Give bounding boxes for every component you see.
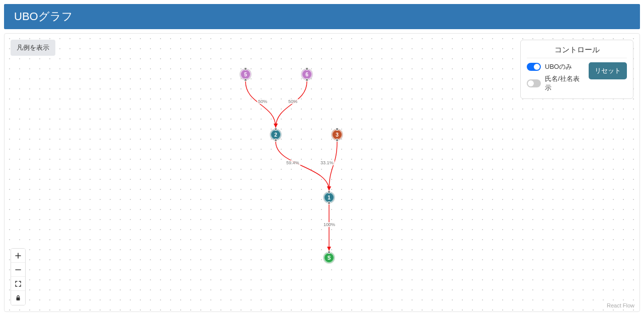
edge <box>246 81 276 128</box>
edge-label: 50% <box>257 99 268 104</box>
lock-icon <box>15 295 21 301</box>
zoom-in-button[interactable] <box>11 249 25 263</box>
toggle-label: 氏名/社名表示 <box>545 74 584 92</box>
graph-node-S[interactable]: S <box>324 252 335 263</box>
graph-node-2[interactable]: 2 <box>270 129 281 140</box>
graph-canvas[interactable]: 凡例を表示 コントロール UBOのみ氏名/社名表示 リセット 56231S 50… <box>4 33 640 312</box>
graph-node-1[interactable]: 1 <box>324 192 335 203</box>
control-toggles: UBOのみ氏名/社名表示 <box>527 62 584 92</box>
attribution-text: React Flow <box>607 302 634 308</box>
show-name-toggle[interactable] <box>527 79 541 87</box>
edge-label: 50% <box>287 99 298 104</box>
port-icon <box>274 128 277 131</box>
port-icon <box>328 201 331 204</box>
graph-node-6[interactable]: 6 <box>301 69 312 80</box>
graph-node-5[interactable]: 5 <box>240 69 251 80</box>
show-legend-button[interactable]: 凡例を表示 <box>11 40 55 56</box>
edge-label: 59.4% <box>285 160 300 165</box>
control-panel-title: コントロール <box>527 45 627 58</box>
edge <box>329 142 337 190</box>
plus-icon <box>15 253 21 259</box>
lock-button[interactable] <box>11 291 25 305</box>
minus-icon <box>15 267 21 273</box>
port-icon <box>305 78 308 81</box>
edge <box>276 81 307 128</box>
control-panel: コントロール UBOのみ氏名/社名表示 リセット <box>520 40 633 99</box>
port-icon <box>305 67 308 70</box>
edge <box>276 142 329 190</box>
port-icon <box>336 128 339 131</box>
port-icon <box>244 78 247 81</box>
edge-label: 33.1% <box>319 160 335 165</box>
port-icon <box>328 251 331 254</box>
port-icon <box>328 190 331 193</box>
ubo-only-toggle[interactable] <box>527 63 541 71</box>
reset-button[interactable]: リセット <box>589 62 627 79</box>
toggle-label: UBOのみ <box>545 62 572 71</box>
toggle-row: UBOのみ <box>527 62 584 71</box>
fit-view-button[interactable] <box>11 277 25 291</box>
port-icon <box>274 139 277 142</box>
svg-rect-0 <box>17 297 20 300</box>
edge-label: 100% <box>323 222 336 227</box>
graph-node-3[interactable]: 3 <box>332 129 343 140</box>
port-icon <box>244 67 247 70</box>
zoom-out-button[interactable] <box>11 263 25 277</box>
page-header: UBOグラフ <box>4 4 640 29</box>
port-icon <box>336 139 339 142</box>
toggle-row: 氏名/社名表示 <box>527 74 584 92</box>
zoom-controls <box>11 248 26 305</box>
page-title: UBOグラフ <box>14 10 73 23</box>
fit-icon <box>15 281 21 287</box>
